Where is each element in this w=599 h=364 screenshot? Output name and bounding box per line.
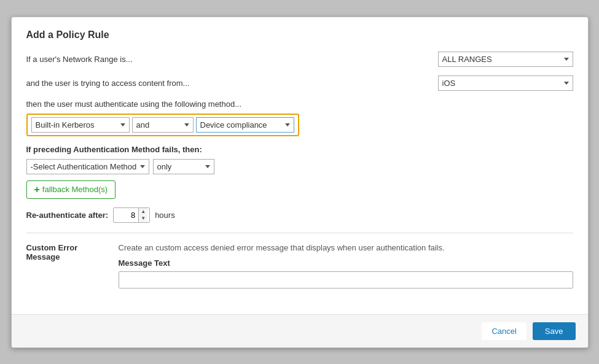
secondary-auth-select[interactable]: Device compliance None OTP Push xyxy=(196,117,294,133)
add-fallback-button[interactable]: + fallback Method(s) xyxy=(26,180,116,199)
spinner-buttons: ▲ ▼ xyxy=(138,208,147,222)
reauth-input-wrap: ▲ ▼ xyxy=(113,207,150,223)
dialog-body: Add a Policy Rule If a user's Network Ra… xyxy=(12,17,588,314)
primary-auth-select[interactable]: Built-in Kerberos RADIUS SAML Certificat… xyxy=(31,117,130,133)
reauth-input[interactable] xyxy=(114,209,138,222)
auth-method-label: then the user must authenticate using th… xyxy=(26,99,573,109)
auth-method-box: Built-in Kerberos RADIUS SAML Certificat… xyxy=(26,114,299,136)
fallback-modifier-select[interactable]: only and or xyxy=(153,159,214,174)
custom-error-desc: Create an custom access denied error mes… xyxy=(119,243,573,252)
message-text-label: Message Text xyxy=(119,258,573,268)
save-button[interactable]: Save xyxy=(533,322,576,340)
reauth-row: Re-authenticate after: ▲ ▼ hours xyxy=(26,207,573,223)
reauth-label: Re-authenticate after: xyxy=(26,211,109,220)
message-text-input[interactable] xyxy=(119,271,573,288)
custom-error-section: Custom Error Message Create an custom ac… xyxy=(26,243,573,288)
add-policy-rule-dialog: Add a Policy Rule If a user's Network Ra… xyxy=(11,17,589,348)
cancel-button[interactable]: Cancel xyxy=(482,322,526,340)
fallback-btn-label: fallback Method(s) xyxy=(42,185,108,194)
auth-method-section: then the user must authenticate using th… xyxy=(26,99,573,136)
spinner-down[interactable]: ▼ xyxy=(139,215,147,222)
content-access-label: and the user is trying to access content… xyxy=(26,79,190,88)
network-range-select[interactable]: ALL RANGES Internal External xyxy=(438,52,573,67)
spinner-up[interactable]: ▲ xyxy=(139,208,147,215)
plus-icon: + xyxy=(34,184,40,195)
divider xyxy=(26,233,573,233)
content-access-row: and the user is trying to access content… xyxy=(26,76,573,91)
reauth-unit: hours xyxy=(155,211,175,220)
network-range-row: If a user's Network Range is... ALL RANG… xyxy=(26,52,573,67)
dialog-footer: Cancel Save xyxy=(12,314,588,347)
network-range-label: If a user's Network Range is... xyxy=(26,55,133,64)
fallback-label: If preceding Authentication Method fails… xyxy=(26,145,573,154)
fallback-auth-select[interactable]: -Select Authentication Method- Built-in … xyxy=(26,159,149,174)
dialog-title: Add a Policy Rule xyxy=(26,29,573,41)
content-access-select[interactable]: iOS Android Windows macOS xyxy=(438,76,573,91)
fallback-section: If preceding Authentication Method fails… xyxy=(26,145,573,199)
fallback-row: -Select Authentication Method- Built-in … xyxy=(26,159,573,174)
custom-error-content: Create an custom access denied error mes… xyxy=(119,243,573,288)
connector-select[interactable]: and or xyxy=(132,117,194,133)
custom-error-label: Custom Error Message xyxy=(26,243,106,288)
